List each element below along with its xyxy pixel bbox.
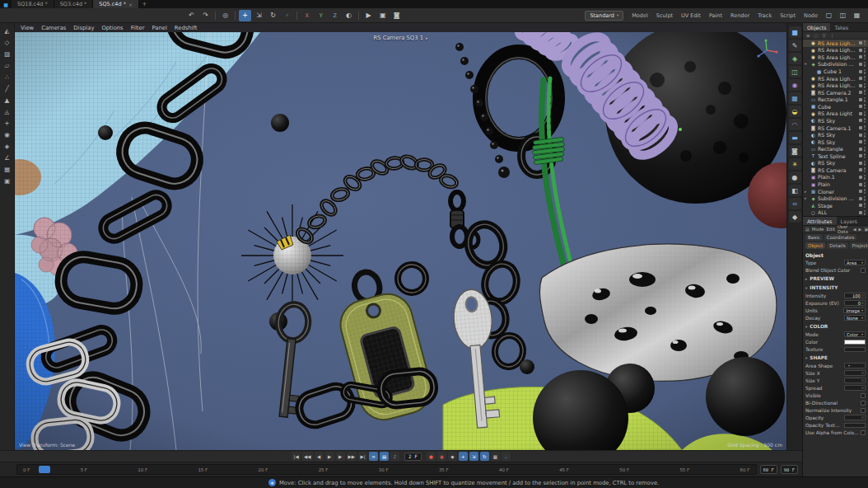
attribute-control[interactable] — [861, 393, 866, 398]
attribute-control[interactable] — [861, 268, 866, 273]
cube-primitive-icon[interactable]: ■ — [789, 26, 801, 38]
visibility-dots[interactable] — [864, 139, 866, 144]
visibility-dot[interactable] — [864, 121, 866, 124]
attribute-control[interactable]: None — [844, 315, 866, 321]
object-list-item[interactable]: ▭ Rectangle.1 — [803, 96, 868, 104]
object-list-item[interactable]: ▭ Rectangle — [803, 145, 868, 152]
attribute-control[interactable]: Color — [844, 331, 866, 337]
wrench-icon[interactable]: ▤ — [805, 227, 810, 232]
quantize-toggle-icon[interactable]: ∠ — [2, 152, 13, 163]
camera-label[interactable]: RS Camera SQ3 1 ▸ — [373, 35, 427, 41]
last-tool-icon[interactable]: ◦ — [281, 10, 293, 21]
visibility-dot[interactable] — [864, 167, 866, 170]
simulation-icon[interactable]: ≈ — [789, 198, 801, 209]
object-tag-icon[interactable] — [859, 77, 862, 80]
visibility-dot[interactable] — [864, 147, 866, 149]
object-tag-icon[interactable] — [859, 162, 862, 165]
layout-tab[interactable]: Sculpt — [653, 12, 676, 19]
viewport-menu-item[interactable]: Filter — [131, 25, 145, 31]
document-tab[interactable]: SQ18.c4d * × — [12, 0, 54, 8]
timeline-ruler[interactable]: 0 F 5 F 10 F 15 F 20 F 25 F 30 F — [16, 464, 757, 475]
object-list-item[interactable]: ◉ RS Area Light — [803, 110, 868, 118]
visibility-dot[interactable] — [864, 79, 866, 82]
attribute-control[interactable] — [861, 401, 866, 406]
object-tag-icon[interactable] — [859, 183, 862, 186]
visibility-dots[interactable] — [864, 40, 866, 45]
autokey-toggle[interactable]: ◉ — [437, 452, 446, 461]
visibility-dot[interactable] — [864, 104, 866, 106]
visibility-dot[interactable] — [864, 64, 866, 67]
object-tag-icon[interactable] — [859, 140, 862, 143]
attribute-control[interactable] — [844, 347, 866, 352]
object-tag-icon[interactable] — [859, 211, 862, 214]
viewport-menu-item[interactable]: View — [21, 25, 34, 31]
layout-single-icon[interactable]: ▢ — [823, 10, 835, 21]
visibility-dot[interactable] — [864, 182, 866, 185]
visibility-dot[interactable] — [864, 133, 866, 135]
visibility-dot[interactable] — [864, 97, 866, 100]
record-rotation-toggle[interactable]: ↻ — [480, 452, 489, 461]
object-tag-icon[interactable] — [859, 49, 862, 52]
visibility-dots[interactable] — [864, 111, 866, 116]
node-editor-icon[interactable]: ◧ — [789, 185, 801, 196]
attributes-menu-item[interactable]: Edit — [826, 227, 834, 232]
current-frame-field[interactable]: 2 F — [404, 453, 422, 461]
visibility-dot[interactable] — [864, 175, 866, 177]
viewport-panel[interactable]: View Cameras Display Options Filter Pane… — [15, 23, 786, 450]
history-forward-icon[interactable]: ▶ — [859, 227, 862, 232]
sound-toggle[interactable]: ♪ — [390, 452, 399, 461]
group-header-shape[interactable]: ▾ SHAPE — [805, 354, 866, 362]
end-frame-field[interactable]: 90 F — [781, 465, 798, 474]
visibility-dots[interactable] — [864, 62, 866, 67]
object-list-item[interactable]: ▣ Plain.1 — [803, 174, 868, 181]
record-scale-toggle[interactable]: ⇲ — [469, 452, 478, 461]
document-tab[interactable]: SQ5.c4d * × — [93, 0, 139, 8]
attribute-tab[interactable]: Object — [805, 242, 825, 249]
document-tab[interactable]: SQ3.c4d * × — [54, 0, 94, 8]
object-tag-icon[interactable] — [859, 168, 862, 171]
record-position-toggle[interactable]: + — [459, 452, 468, 461]
viewport-canvas[interactable] — [15, 32, 786, 450]
next-key-button[interactable]: ▶▶ — [347, 452, 357, 461]
visibility-dot[interactable] — [864, 149, 866, 152]
layout-columns-icon[interactable]: ◫ — [837, 10, 849, 21]
camera-icon[interactable]: ◙ — [789, 145, 801, 157]
field-icon[interactable]: ◒ — [789, 106, 801, 117]
close-tab-icon[interactable]: × — [128, 2, 133, 7]
object-tag-icon[interactable] — [859, 176, 862, 179]
object-list-item[interactable]: ■ Cube 1 — [803, 68, 868, 75]
enable-axis-icon[interactable]: + — [2, 118, 13, 129]
toolbar-separator[interactable] — [215, 12, 216, 20]
attributes-menu-item[interactable]: Mode — [812, 227, 824, 232]
object-list-item[interactable]: ◉ RS Area Light.2 — [803, 75, 868, 82]
visibility-dots[interactable] — [864, 133, 866, 138]
visibility-dots[interactable] — [864, 189, 866, 194]
camera-menu-arrow-icon[interactable]: ▸ — [426, 35, 428, 40]
symmetry-icon[interactable]: ◫ — [789, 66, 801, 77]
panel-tab[interactable]: Takes — [830, 23, 852, 31]
objects-search-icon[interactable]: ◌ — [814, 33, 819, 38]
attribute-tab[interactable]: Basic — [805, 234, 823, 241]
objects-filter-icon[interactable]: ▽ — [822, 33, 825, 38]
keyframe-selection-button[interactable]: ◆ — [448, 452, 457, 461]
workplane-mode-icon[interactable]: ▱ — [2, 60, 13, 71]
objects-menu-icon[interactable]: ≡ — [806, 33, 810, 38]
axis-y-lock-icon[interactable]: Y — [315, 10, 327, 21]
viewport-menu-item[interactable]: Panel — [152, 25, 167, 31]
object-tag-icon[interactable] — [859, 126, 862, 129]
object-list-item[interactable]: ◐ RS Sky — [803, 117, 868, 124]
rotate-tool-icon[interactable]: ↻ — [267, 10, 279, 21]
object-list-item[interactable]: ◐ RS Sky — [803, 160, 868, 167]
visibility-dot[interactable] — [864, 58, 866, 60]
object-list-item[interactable]: ◙ RS Camera.1 — [803, 124, 868, 132]
layout-tab[interactable]: Node — [800, 12, 821, 19]
visibility-dots[interactable] — [864, 203, 866, 208]
visibility-dots[interactable] — [864, 54, 866, 59]
attribute-control[interactable] — [844, 378, 866, 383]
attribute-control[interactable]: Image — [843, 307, 866, 313]
visibility-dot[interactable] — [864, 189, 866, 191]
object-list-item[interactable]: T Text Spline — [803, 152, 868, 160]
group-header-color[interactable]: ▾ COLOR — [805, 322, 866, 331]
toolbar-separator[interactable] — [296, 12, 297, 20]
visibility-dots[interactable] — [864, 182, 866, 187]
